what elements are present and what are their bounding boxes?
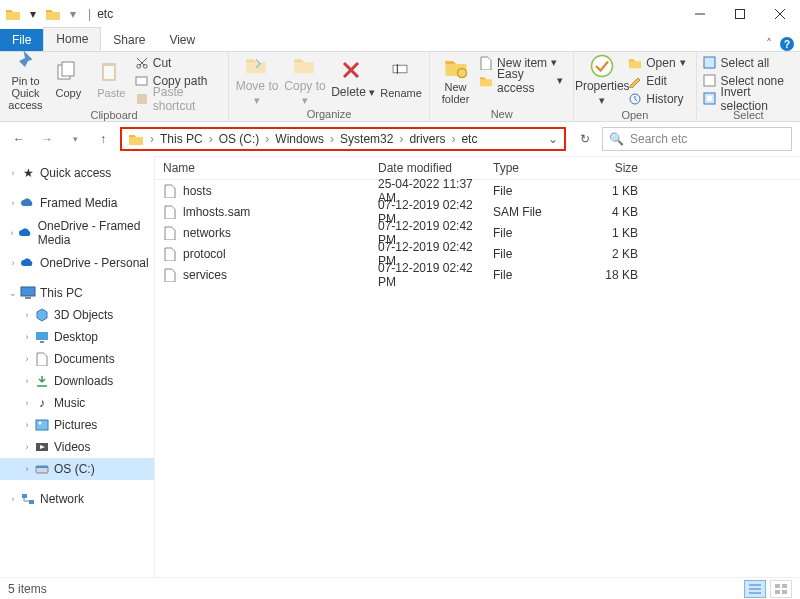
group-open: Properties ▾ Open ▾ Edit History Open <box>574 52 696 121</box>
chevron-right-icon[interactable]: › <box>148 132 156 146</box>
properties-button[interactable]: Properties ▾ <box>580 54 624 106</box>
file-name: networks <box>183 226 231 240</box>
maximize-button[interactable] <box>720 0 760 28</box>
close-button[interactable] <box>760 0 800 28</box>
tree-documents[interactable]: ›Documents <box>0 348 154 370</box>
search-input[interactable]: 🔍 Search etc <box>602 127 792 151</box>
content-pane: Name Date modified Type Size hosts25-04-… <box>155 156 800 577</box>
file-type: File <box>485 184 580 198</box>
crumb-this-pc[interactable]: This PC <box>156 132 207 146</box>
paste-shortcut-button[interactable]: Paste shortcut <box>135 90 222 107</box>
tab-view[interactable]: View <box>157 29 207 51</box>
navigation-pane[interactable]: ›★Quick access ›Framed Media ›OneDrive -… <box>0 156 155 577</box>
recent-locations-button[interactable]: ▾ <box>64 128 86 150</box>
col-size[interactable]: Size <box>580 161 650 175</box>
folder-icon <box>128 131 144 147</box>
file-name: protocol <box>183 247 226 261</box>
file-name: hosts <box>183 184 212 198</box>
qat-dropdown-icon[interactable]: ▾ <box>24 5 42 23</box>
paste-button[interactable]: Paste <box>92 54 131 106</box>
edit-button[interactable]: Edit <box>628 72 689 89</box>
tree-3d-objects[interactable]: ›3D Objects <box>0 304 154 326</box>
title-separator: | <box>88 7 91 21</box>
tree-this-pc[interactable]: ⌄This PC <box>0 282 154 304</box>
chevron-right-icon[interactable]: › <box>328 132 336 146</box>
details-view-button[interactable] <box>744 580 766 598</box>
svg-rect-16 <box>704 75 715 86</box>
file-name: services <box>183 268 227 282</box>
delete-button[interactable]: Delete ▾ <box>331 54 375 106</box>
tree-pictures[interactable]: ›Pictures <box>0 414 154 436</box>
pin-quick-access-button[interactable]: Pin to Quick access <box>6 54 45 106</box>
folder-icon <box>4 5 22 23</box>
tree-network[interactable]: ›Network <box>0 488 154 510</box>
col-date[interactable]: Date modified <box>370 161 485 175</box>
tab-file[interactable]: File <box>0 29 43 51</box>
chevron-right-icon[interactable]: › <box>397 132 405 146</box>
tree-desktop[interactable]: ›Desktop <box>0 326 154 348</box>
crumb-system32[interactable]: System32 <box>336 132 397 146</box>
rename-button[interactable]: Rename <box>379 54 423 106</box>
tree-videos[interactable]: ›Videos <box>0 436 154 458</box>
refresh-button[interactable]: ↻ <box>574 128 596 150</box>
svg-rect-20 <box>25 297 31 299</box>
col-type[interactable]: Type <box>485 161 580 175</box>
copy-to-button[interactable]: Copy to ▾ <box>283 54 327 106</box>
history-button[interactable]: History <box>628 90 689 107</box>
picture-icon <box>34 417 50 433</box>
tree-os-c[interactable]: ›OS (C:) <box>0 458 154 480</box>
svg-rect-32 <box>775 590 780 594</box>
select-all-button[interactable]: Select all <box>703 54 794 71</box>
chevron-right-icon[interactable]: › <box>207 132 215 146</box>
chevron-right-icon[interactable]: › <box>263 132 271 146</box>
copy-button[interactable]: Copy <box>49 54 88 106</box>
icons-view-button[interactable] <box>770 580 792 598</box>
table-row[interactable]: services07-12-2019 02:42 PMFile18 KB <box>155 264 800 285</box>
status-bar: 5 items <box>0 577 800 599</box>
open-button[interactable]: Open ▾ <box>628 54 689 71</box>
move-to-button[interactable]: Move to ▾ <box>235 54 279 106</box>
svg-rect-12 <box>137 94 147 104</box>
crumb-windows[interactable]: Windows <box>271 132 328 146</box>
tree-music[interactable]: ›♪Music <box>0 392 154 414</box>
file-size: 1 KB <box>580 184 650 198</box>
easy-access-button[interactable]: Easy access ▾ <box>479 72 567 89</box>
title-bar: ▾ ▾ | etc <box>0 0 800 28</box>
file-icon <box>163 184 177 198</box>
minimize-button[interactable] <box>680 0 720 28</box>
group-organize: Move to ▾ Copy to ▾ Delete ▾ Rename Orga… <box>229 52 430 121</box>
svg-rect-8 <box>62 62 74 76</box>
ribbon-collapse-icon[interactable]: ˄ <box>766 37 772 51</box>
file-icon <box>163 226 177 240</box>
video-icon <box>34 439 50 455</box>
address-dropdown-icon[interactable]: ⌄ <box>544 132 562 146</box>
cut-button[interactable]: Cut <box>135 54 222 71</box>
crumb-drivers[interactable]: drivers <box>405 132 449 146</box>
tree-downloads[interactable]: ›Downloads <box>0 370 154 392</box>
invert-selection-button[interactable]: Invert selection <box>703 90 794 107</box>
col-name[interactable]: Name <box>155 161 370 175</box>
new-folder-button[interactable]: New folder <box>436 54 475 106</box>
back-button[interactable]: ← <box>8 128 30 150</box>
file-list[interactable]: hosts25-04-2022 11:37 AMFile1 KBlmhosts.… <box>155 180 800 285</box>
forward-button[interactable]: → <box>36 128 58 150</box>
tree-onedrive-personal[interactable]: ›OneDrive - Personal <box>0 252 154 274</box>
up-button[interactable]: ↑ <box>92 128 114 150</box>
help-icon[interactable]: ? <box>780 37 794 51</box>
tree-framed-media[interactable]: ›Framed Media <box>0 192 154 214</box>
tab-home[interactable]: Home <box>43 27 101 51</box>
qat-dropdown-icon[interactable]: ▾ <box>64 5 82 23</box>
nav-row: ← → ▾ ↑ › This PC › OS (C:) › Windows › … <box>0 122 800 156</box>
group-label-organize: Organize <box>235 106 423 122</box>
folder-icon <box>44 5 62 23</box>
crumb-os-c[interactable]: OS (C:) <box>215 132 264 146</box>
file-type: File <box>485 268 580 282</box>
tab-share[interactable]: Share <box>101 29 157 51</box>
tree-quick-access[interactable]: ›★Quick access <box>0 162 154 184</box>
crumb-etc[interactable]: etc <box>457 132 481 146</box>
svg-rect-22 <box>40 341 44 343</box>
tree-onedrive-framed[interactable]: ›OneDrive - Framed Media <box>0 222 154 244</box>
chevron-right-icon[interactable]: › <box>449 132 457 146</box>
file-size: 4 KB <box>580 205 650 219</box>
address-bar[interactable]: › This PC › OS (C:) › Windows › System32… <box>120 127 566 151</box>
